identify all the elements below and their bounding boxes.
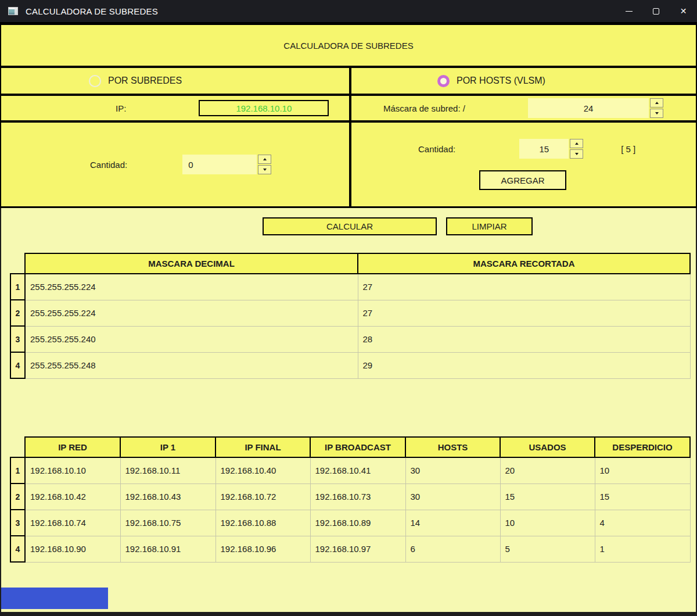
column-header[interactable]: MASCARA DECIMAL [25,253,358,274]
cell-usados[interactable]: 20 [500,457,595,484]
radio-por-subredes-label: POR SUBREDES [108,76,182,86]
cell-ip-broadcast[interactable]: 192.168.10.73 [310,484,405,510]
hosts-quantity-panel: Cantidad: 15 [ 5 ] AGREGAR [351,123,696,206]
maximize-button[interactable] [642,0,670,22]
mask-value[interactable]: 24 [528,98,649,118]
cell-ip-broadcast[interactable]: 192.168.10.89 [310,510,405,536]
cell-ip-1[interactable]: 192.168.10.91 [120,536,215,562]
cell-desperdicio[interactable]: 4 [595,510,690,536]
cell-desperdicio[interactable]: 10 [595,457,690,484]
radio-por-hosts[interactable]: POR HOSTS (VLSM) [351,68,696,94]
table-row: 4 192.168.10.90 192.168.10.91 192.168.10… [10,536,690,562]
cell-mask-decimal[interactable]: 255.255.255.224 [25,274,358,300]
spin-down-button[interactable] [570,149,583,159]
table-row: 2 192.168.10.42 192.168.10.43 192.168.10… [10,484,690,510]
cell-ip-red[interactable]: 192.168.10.74 [25,510,120,536]
row-header[interactable]: 1 [10,274,25,300]
column-header[interactable]: MASCARA RECORTADA [358,253,690,274]
cell-mask-cidr[interactable]: 29 [358,352,690,378]
bottom-blue-panel [1,588,108,609]
arrow-up-icon [263,158,267,160]
column-header[interactable]: DESPERDICIO [595,437,690,457]
close-button[interactable]: ✕ [670,0,697,22]
mask-label: Máscara de subred: / [383,103,465,113]
cell-ip-1[interactable]: 192.168.10.43 [120,484,215,510]
cell-ip-red[interactable]: 192.168.10.10 [25,457,120,484]
hosts-quantity-spinner[interactable]: 15 [519,139,583,159]
cell-ip-broadcast[interactable]: 192.168.10.97 [310,536,405,562]
minimize-button[interactable] [615,0,642,22]
radio-unselected-icon[interactable] [89,75,101,87]
ip-input[interactable] [199,100,329,116]
cell-usados[interactable]: 10 [500,510,595,536]
cell-ip-1[interactable]: 192.168.10.11 [120,457,215,484]
row-header[interactable]: 4 [10,352,25,378]
cell-mask-decimal[interactable]: 255.255.255.248 [25,352,358,378]
cell-usados[interactable]: 15 [500,484,595,510]
mask-spinner[interactable]: 24 [528,98,663,118]
cell-ip-final[interactable]: 192.168.10.40 [215,457,310,484]
ip-row: IP: Máscara de subred: / 24 [1,96,696,120]
limpiar-button[interactable]: LIMPIAR [446,217,533,235]
close-icon: ✕ [680,7,687,15]
results-section: CALCULAR LIMPIAR MASCARA DECIMAL MASCARA… [0,208,697,612]
column-header[interactable]: HOSTS [405,437,500,457]
table-header-row: MASCARA DECIMAL MASCARA RECORTADA [10,253,690,274]
spin-up-button[interactable] [650,98,663,108]
cell-ip-red[interactable]: 192.168.10.42 [25,484,120,510]
cell-ip-1[interactable]: 192.168.10.75 [120,510,215,536]
arrow-up-icon [655,102,659,104]
actions-row: CALCULAR LIMPIAR [263,217,696,235]
app-window: CALCULADORA DE SUBREDES ✕ CALCULADORA DE… [0,0,697,616]
cell-mask-cidr[interactable]: 28 [358,326,690,352]
cell-mask-cidr[interactable]: 27 [358,274,690,300]
spin-up-button[interactable] [258,155,271,164]
cell-hosts[interactable]: 30 [405,457,500,484]
row-header[interactable]: 2 [10,484,25,510]
column-header[interactable]: IP FINAL [215,437,310,457]
cell-ip-final[interactable]: 192.168.10.88 [215,510,310,536]
table-row: 3 192.168.10.74 192.168.10.75 192.168.10… [10,510,690,536]
row-header[interactable]: 1 [10,457,25,484]
arrow-down-icon [575,153,579,155]
cell-ip-broadcast[interactable]: 192.168.10.41 [310,457,405,484]
radio-por-subredes[interactable]: POR SUBREDES [1,68,349,94]
table-corner-cell [10,253,25,274]
row-header[interactable]: 4 [10,536,25,562]
hosts-spinner-buttons [570,139,583,159]
row-header[interactable]: 3 [10,510,25,536]
cell-usados[interactable]: 5 [500,536,595,562]
row-header[interactable]: 3 [10,326,25,352]
calcular-button[interactable]: CALCULAR [263,217,437,235]
subnets-quantity-spinner[interactable]: 0 [182,155,271,174]
cell-mask-cidr[interactable]: 27 [358,300,690,326]
cell-ip-red[interactable]: 192.168.10.90 [25,536,120,562]
spin-down-button[interactable] [258,165,271,174]
row-header[interactable]: 2 [10,300,25,326]
cell-hosts[interactable]: 14 [405,510,500,536]
cell-hosts[interactable]: 6 [405,536,500,562]
radio-selected-icon[interactable] [437,75,450,87]
ip-label: IP: [116,103,126,113]
column-header[interactable]: IP BROADCAST [310,437,405,457]
hosts-quantity-value[interactable]: 15 [519,139,569,159]
agregar-button[interactable]: AGREGAR [479,170,566,190]
cell-hosts[interactable]: 30 [405,484,500,510]
spin-down-button[interactable] [650,109,663,118]
subnets-spinner-buttons [258,155,271,174]
column-header[interactable]: IP 1 [120,437,215,457]
cell-mask-decimal[interactable]: 255.255.255.240 [25,326,358,352]
quantity-row: Cantidad: 0 Cantidad: 15 [1,123,696,206]
column-header[interactable]: USADOS [500,437,595,457]
cell-ip-final[interactable]: 192.168.10.72 [215,484,310,510]
spin-up-button[interactable] [570,139,583,148]
cell-desperdicio[interactable]: 1 [595,536,690,562]
hosts-quantity-label: Cantidad: [418,144,455,154]
column-header[interactable]: IP RED [25,437,120,457]
mask-table: MASCARA DECIMAL MASCARA RECORTADA 1 255.… [10,253,691,379]
cell-mask-decimal[interactable]: 255.255.255.224 [25,300,358,326]
cell-desperdicio[interactable]: 15 [595,484,690,510]
subnets-quantity-value[interactable]: 0 [182,155,257,174]
window-controls: ✕ [615,0,697,22]
cell-ip-final[interactable]: 192.168.10.96 [215,536,310,562]
